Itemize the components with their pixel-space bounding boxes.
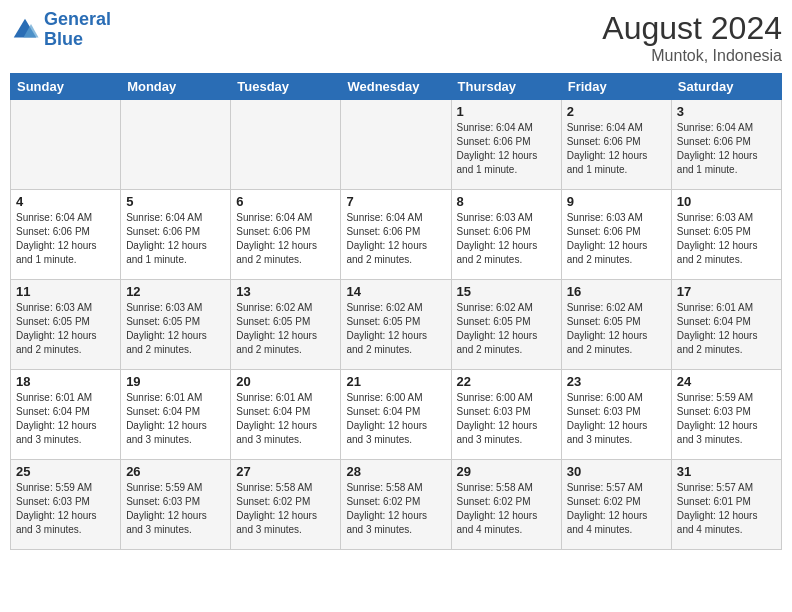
day-info: Sunrise: 5:59 AM Sunset: 6:03 PM Dayligh… [126,481,225,537]
day-header-wednesday: Wednesday [341,74,451,100]
calendar-cell: 20Sunrise: 6:01 AM Sunset: 6:04 PM Dayli… [231,370,341,460]
calendar-cell: 21Sunrise: 6:00 AM Sunset: 6:04 PM Dayli… [341,370,451,460]
day-info: Sunrise: 6:04 AM Sunset: 6:06 PM Dayligh… [346,211,445,267]
calendar-table: SundayMondayTuesdayWednesdayThursdayFrid… [10,73,782,550]
calendar-cell [341,100,451,190]
day-info: Sunrise: 6:01 AM Sunset: 6:04 PM Dayligh… [16,391,115,447]
day-number: 4 [16,194,115,209]
day-info: Sunrise: 5:58 AM Sunset: 6:02 PM Dayligh… [236,481,335,537]
day-info: Sunrise: 5:57 AM Sunset: 6:02 PM Dayligh… [567,481,666,537]
day-info: Sunrise: 5:57 AM Sunset: 6:01 PM Dayligh… [677,481,776,537]
day-info: Sunrise: 6:00 AM Sunset: 6:03 PM Dayligh… [567,391,666,447]
day-number: 15 [457,284,556,299]
day-number: 6 [236,194,335,209]
day-info: Sunrise: 6:02 AM Sunset: 6:05 PM Dayligh… [236,301,335,357]
location: Muntok, Indonesia [602,47,782,65]
week-row: 11Sunrise: 6:03 AM Sunset: 6:05 PM Dayli… [11,280,782,370]
day-info: Sunrise: 6:00 AM Sunset: 6:04 PM Dayligh… [346,391,445,447]
calendar-cell [121,100,231,190]
day-number: 23 [567,374,666,389]
day-number: 11 [16,284,115,299]
day-number: 22 [457,374,556,389]
logo: General Blue [10,10,111,50]
calendar-cell: 3Sunrise: 6:04 AM Sunset: 6:06 PM Daylig… [671,100,781,190]
day-info: Sunrise: 6:04 AM Sunset: 6:06 PM Dayligh… [16,211,115,267]
day-number: 14 [346,284,445,299]
day-number: 27 [236,464,335,479]
day-number: 7 [346,194,445,209]
calendar-cell: 13Sunrise: 6:02 AM Sunset: 6:05 PM Dayli… [231,280,341,370]
day-info: Sunrise: 5:59 AM Sunset: 6:03 PM Dayligh… [16,481,115,537]
day-header-sunday: Sunday [11,74,121,100]
day-number: 18 [16,374,115,389]
calendar-cell: 15Sunrise: 6:02 AM Sunset: 6:05 PM Dayli… [451,280,561,370]
day-number: 17 [677,284,776,299]
calendar-cell: 17Sunrise: 6:01 AM Sunset: 6:04 PM Dayli… [671,280,781,370]
calendar-cell [231,100,341,190]
calendar-cell: 22Sunrise: 6:00 AM Sunset: 6:03 PM Dayli… [451,370,561,460]
logo-text: General Blue [44,10,111,50]
day-number: 19 [126,374,225,389]
calendar-cell: 18Sunrise: 6:01 AM Sunset: 6:04 PM Dayli… [11,370,121,460]
day-header-tuesday: Tuesday [231,74,341,100]
calendar-cell [11,100,121,190]
day-info: Sunrise: 6:02 AM Sunset: 6:05 PM Dayligh… [567,301,666,357]
calendar-cell: 28Sunrise: 5:58 AM Sunset: 6:02 PM Dayli… [341,460,451,550]
calendar-cell: 8Sunrise: 6:03 AM Sunset: 6:06 PM Daylig… [451,190,561,280]
calendar-cell: 10Sunrise: 6:03 AM Sunset: 6:05 PM Dayli… [671,190,781,280]
day-info: Sunrise: 6:04 AM Sunset: 6:06 PM Dayligh… [677,121,776,177]
day-number: 31 [677,464,776,479]
calendar-cell: 9Sunrise: 6:03 AM Sunset: 6:06 PM Daylig… [561,190,671,280]
day-info: Sunrise: 6:03 AM Sunset: 6:05 PM Dayligh… [16,301,115,357]
day-number: 20 [236,374,335,389]
day-number: 21 [346,374,445,389]
calendar-cell: 2Sunrise: 6:04 AM Sunset: 6:06 PM Daylig… [561,100,671,190]
day-info: Sunrise: 5:58 AM Sunset: 6:02 PM Dayligh… [346,481,445,537]
day-info: Sunrise: 6:01 AM Sunset: 6:04 PM Dayligh… [126,391,225,447]
calendar-cell: 14Sunrise: 6:02 AM Sunset: 6:05 PM Dayli… [341,280,451,370]
calendar-cell: 24Sunrise: 5:59 AM Sunset: 6:03 PM Dayli… [671,370,781,460]
day-number: 5 [126,194,225,209]
calendar-cell: 4Sunrise: 6:04 AM Sunset: 6:06 PM Daylig… [11,190,121,280]
page-header: General Blue August 2024 Muntok, Indones… [10,10,782,65]
day-header-saturday: Saturday [671,74,781,100]
calendar-cell: 11Sunrise: 6:03 AM Sunset: 6:05 PM Dayli… [11,280,121,370]
day-number: 9 [567,194,666,209]
day-info: Sunrise: 6:03 AM Sunset: 6:06 PM Dayligh… [567,211,666,267]
day-info: Sunrise: 6:04 AM Sunset: 6:06 PM Dayligh… [236,211,335,267]
day-number: 10 [677,194,776,209]
logo-icon [10,15,40,45]
calendar-cell: 25Sunrise: 5:59 AM Sunset: 6:03 PM Dayli… [11,460,121,550]
day-info: Sunrise: 5:58 AM Sunset: 6:02 PM Dayligh… [457,481,556,537]
day-number: 13 [236,284,335,299]
day-number: 8 [457,194,556,209]
day-number: 12 [126,284,225,299]
day-number: 29 [457,464,556,479]
day-info: Sunrise: 6:03 AM Sunset: 6:06 PM Dayligh… [457,211,556,267]
day-header-monday: Monday [121,74,231,100]
day-info: Sunrise: 6:01 AM Sunset: 6:04 PM Dayligh… [236,391,335,447]
day-number: 16 [567,284,666,299]
day-number: 30 [567,464,666,479]
calendar-cell: 12Sunrise: 6:03 AM Sunset: 6:05 PM Dayli… [121,280,231,370]
day-number: 25 [16,464,115,479]
day-number: 26 [126,464,225,479]
day-info: Sunrise: 6:04 AM Sunset: 6:06 PM Dayligh… [126,211,225,267]
day-number: 2 [567,104,666,119]
week-row: 4Sunrise: 6:04 AM Sunset: 6:06 PM Daylig… [11,190,782,280]
day-info: Sunrise: 6:03 AM Sunset: 6:05 PM Dayligh… [126,301,225,357]
day-info: Sunrise: 6:03 AM Sunset: 6:05 PM Dayligh… [677,211,776,267]
calendar-cell: 5Sunrise: 6:04 AM Sunset: 6:06 PM Daylig… [121,190,231,280]
calendar-cell: 31Sunrise: 5:57 AM Sunset: 6:01 PM Dayli… [671,460,781,550]
calendar-cell: 1Sunrise: 6:04 AM Sunset: 6:06 PM Daylig… [451,100,561,190]
calendar-cell: 6Sunrise: 6:04 AM Sunset: 6:06 PM Daylig… [231,190,341,280]
month-year: August 2024 [602,10,782,47]
day-info: Sunrise: 6:01 AM Sunset: 6:04 PM Dayligh… [677,301,776,357]
week-row: 18Sunrise: 6:01 AM Sunset: 6:04 PM Dayli… [11,370,782,460]
calendar-cell: 26Sunrise: 5:59 AM Sunset: 6:03 PM Dayli… [121,460,231,550]
day-info: Sunrise: 5:59 AM Sunset: 6:03 PM Dayligh… [677,391,776,447]
day-header-thursday: Thursday [451,74,561,100]
day-number: 24 [677,374,776,389]
day-number: 1 [457,104,556,119]
week-row: 1Sunrise: 6:04 AM Sunset: 6:06 PM Daylig… [11,100,782,190]
